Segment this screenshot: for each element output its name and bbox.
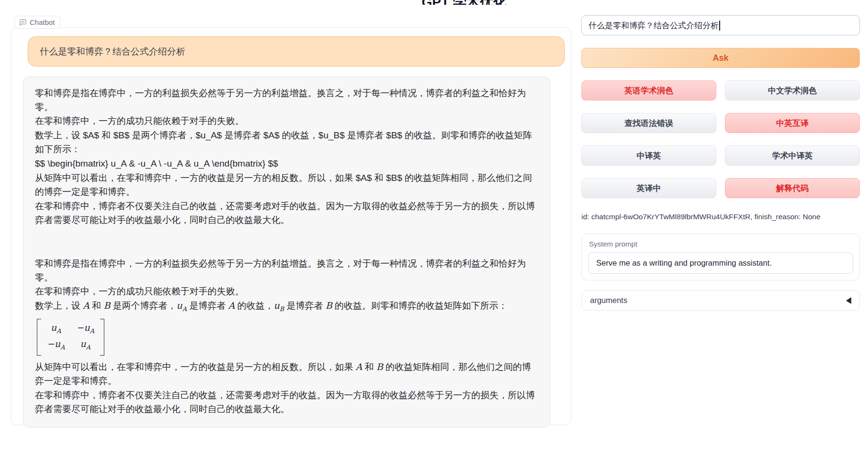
quick-action-en-to-zh[interactable]: 英译中 [581, 178, 716, 198]
assistant-raw-latex: $$ \begin{bmatrix} u_A & -u_A \ -u_A & u… [35, 157, 538, 170]
matrix-cell: −uA [77, 322, 95, 337]
system-prompt-card: System prompt Serve me as a writing and … [581, 234, 860, 280]
quick-action-find-grammar-errors[interactable]: 查找语法错误 [581, 113, 716, 133]
quick-action-zh-en-translate[interactable]: 中英互译 [725, 113, 860, 133]
quick-actions-grid: 英语学术润色 中文学术润色 查找语法错误 中英互译 中译英 学术中译英 英译中 … [581, 80, 860, 198]
text-cursor [719, 21, 720, 31]
payoff-matrix: uA −uA −uA uA [37, 319, 104, 356]
chat-bubble-icon [19, 19, 27, 26]
system-prompt-input[interactable]: Serve me as a writing and programming as… [588, 252, 853, 274]
ask-button[interactable]: Ask [581, 48, 860, 68]
matrix-right-bracket [100, 319, 104, 356]
matrix-cell: uA [47, 322, 65, 337]
chatbot-label: Chatbot [14, 16, 61, 29]
chatbot-label-text: Chatbot [30, 18, 55, 26]
assistant-rendered-paragraph: 零和博弈是指在博弈中，一方的利益损失必然等于另一方的利益增益。换言之，对于每一种… [35, 257, 538, 298]
quick-action-explain-code[interactable]: 解释代码 [725, 178, 860, 198]
assistant-rendered-math-paragraph: 从矩阵中可以看出，在零和博弈中，一方的收益是另一方的相反数。所以，如果 A 和 … [35, 360, 538, 388]
prompt-input-value: 什么是零和博弈？结合公式介绍分析 [589, 20, 719, 31]
quick-action-academic-zh-to-en[interactable]: 学术中译英 [725, 146, 860, 166]
assistant-raw-paragraph: 数学上，设 $A$ 和 $B$ 是两个博弈者，$u_A$ 是博弈者 $A$ 的收… [35, 128, 538, 156]
chatbot-panel: Chatbot 什么是零和博弈？结合公式介绍分析 零和博弈是指在博弈中，一方的利… [11, 27, 571, 425]
assistant-raw-paragraph: 从矩阵中可以看出，在零和博弈中，一方的收益是另一方的相反数。所以，如果 $A$ … [35, 171, 538, 199]
quick-action-chinese-academic-polish[interactable]: 中文学术润色 [725, 80, 860, 101]
assistant-rendered-math-paragraph: 数学上，设 A 和 B 是两个博弈者，uA 是博弈者 A 的收益，uB 是博弈者… [35, 299, 538, 316]
arguments-accordion-label: arguments [590, 296, 627, 305]
assistant-raw-paragraph: 零和博弈是指在博弈中，一方的利益损失必然等于另一方的利益增益。换言之，对于每一种… [35, 86, 538, 128]
response-status-line: id: chatcmpl-6wOo7KrYTwMl89lbrMWRu4UkFFX… [581, 213, 860, 221]
matrix-cell: uA [77, 338, 95, 353]
assistant-rendered-paragraph: 在零和博弈中，博弈者不仅要关注自己的收益，还需要考虑对手的收益。因为一方取得的收… [35, 388, 538, 416]
prompt-input[interactable]: 什么是零和博弈？结合公式介绍分析 [581, 15, 860, 35]
message-list: 什么是零和博弈？结合公式介绍分析 零和博弈是指在博弈中，一方的利益损失必然等于另… [11, 28, 571, 427]
quick-action-zh-to-en[interactable]: 中译英 [581, 146, 716, 166]
arguments-accordion[interactable]: arguments [581, 290, 860, 311]
assistant-message: 零和博弈是指在博弈中，一方的利益损失必然等于另一方的利益增益。换言之，对于每一种… [23, 77, 550, 427]
matrix-cell: −uA [47, 338, 65, 353]
page-title: GPT 学术优化 [416, 0, 512, 5]
assistant-raw-paragraph: 在零和博弈中，博弈者不仅要关注自己的收益，还需要考虑对手的收益。因为一方取得的收… [35, 199, 538, 227]
control-column: 什么是零和博弈？结合公式介绍分析 Ask 英语学术润色 中文学术润色 查找语法错… [581, 15, 860, 311]
quick-action-english-academic-polish[interactable]: 英语学术润色 [581, 80, 716, 101]
matrix-left-bracket [37, 319, 41, 356]
user-message: 什么是零和博弈？结合公式介绍分析 [28, 36, 565, 67]
message-gap [35, 227, 538, 256]
collapse-icon [846, 297, 851, 304]
system-prompt-label: System prompt [589, 240, 853, 248]
